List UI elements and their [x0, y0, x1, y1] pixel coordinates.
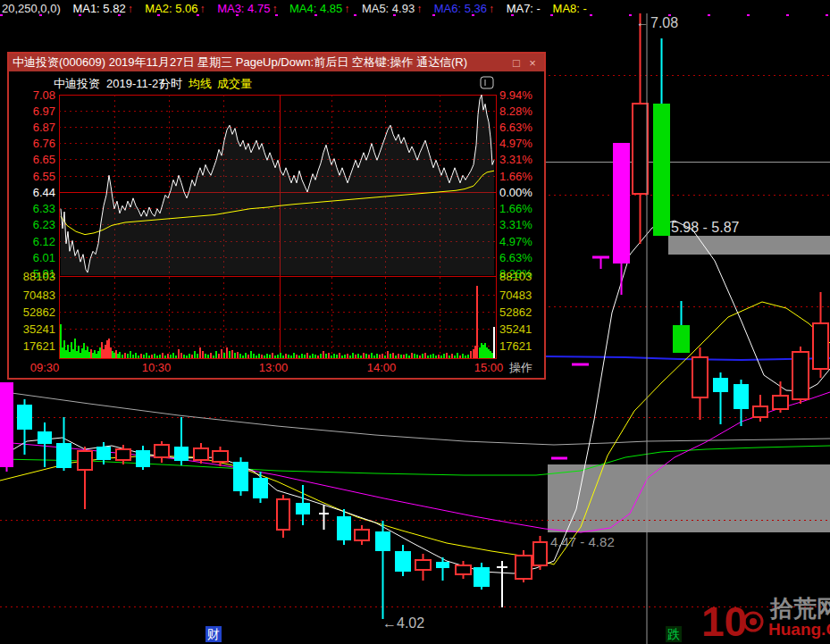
percent-axis-label: 1.66% [499, 202, 532, 215]
volume-axis-label-right: 17621 [499, 339, 532, 353]
candle-up[interactable] [792, 352, 809, 399]
candle-up[interactable] [456, 565, 471, 574]
volume-axis-label-right: 70483 [499, 289, 532, 302]
cai-marker: 财 [207, 627, 220, 641]
candle-down[interactable] [375, 531, 390, 551]
percent-axis-label: 6.63% [499, 251, 532, 264]
logo-gear-hub [750, 618, 757, 625]
price-axis-label: 6.76 [33, 137, 55, 150]
candle-up[interactable] [277, 499, 289, 530]
candle-up[interactable] [516, 556, 532, 579]
price-axis-label: 6.65 [33, 153, 55, 166]
candle-limit[interactable] [613, 143, 630, 263]
candle-green[interactable] [673, 325, 690, 353]
price-annotation: 7.08 [650, 15, 678, 30]
candle-down[interactable] [17, 405, 32, 430]
percent-axis-label: 3.31% [499, 218, 532, 231]
price-axis-label: 6.01 [33, 251, 55, 264]
candle-down[interactable] [713, 378, 728, 392]
price-axis-label: 6.12 [33, 235, 55, 248]
avg-line-label: 均线 [188, 77, 212, 90]
indicator-params: 20,250,0,0) [2, 2, 61, 15]
candle-up[interactable] [78, 451, 92, 470]
logo-site-cn: 拾荒网 [769, 595, 830, 622]
up-arrow-icon: ↑ [489, 3, 494, 15]
ma-value-7: MA7: - [503, 2, 541, 15]
candle-up[interactable] [692, 357, 708, 397]
candle-down[interactable] [56, 443, 71, 468]
logo-10: 10 [701, 598, 747, 644]
candle-up[interactable] [753, 406, 767, 417]
maximize-button[interactable]: □ [508, 56, 524, 70]
popup-title-bar[interactable]: 中迪投资(000609) 2019年11月27日 星期三 PageUp/Down… [9, 54, 544, 71]
candle-down[interactable] [395, 551, 411, 572]
volume-label: 成交量 [217, 77, 252, 90]
highlight-box [548, 464, 830, 532]
candle-limit[interactable] [0, 382, 13, 467]
price-axis-label: 6.87 [33, 121, 55, 134]
time-axis-label: 13:00 [259, 361, 289, 374]
ma-value-4: MA4: 4.85 [286, 2, 342, 15]
candle-green[interactable] [653, 104, 670, 236]
candle-up[interactable] [116, 449, 130, 460]
candle-down[interactable] [174, 447, 189, 461]
indicator-bar: 20,250,0,0) MA1: 5.82↑ MA2: 5.06↑ MA3: 4… [2, 2, 589, 16]
price-axis-label: 6.23 [33, 218, 55, 231]
ma-value-1: MA1: 5.82 [70, 2, 126, 15]
price-annotation: 4.47 - 4.82 [550, 534, 615, 549]
candle-down[interactable] [734, 384, 749, 409]
candle-down[interactable] [474, 567, 490, 587]
panel-icon[interactable] [481, 77, 493, 88]
up-arrow-icon: ↑ [416, 3, 422, 15]
intraday-chart[interactable]: 中迪投资2019-11-27分时均线成交量7.089.94%6.978.28%6… [9, 71, 544, 378]
volume-axis-label: 88103 [23, 270, 55, 283]
price-annotation: ← [636, 15, 649, 29]
up-arrow-icon: ↑ [128, 3, 133, 15]
candle-up[interactable] [355, 530, 369, 540]
popup-date: 2019-11-27 [106, 77, 165, 90]
candle-down[interactable] [136, 450, 150, 467]
intraday-popup-window[interactable]: 中迪投资(000609) 2019年11月27日 星期三 PageUp/Down… [7, 52, 546, 380]
action-menu: 操作 [508, 361, 532, 374]
time-axis-label: 09:30 [30, 361, 60, 374]
candle-down[interactable] [96, 447, 111, 460]
price-axis-label: 7.08 [33, 88, 55, 102]
candle-up[interactable] [415, 560, 431, 570]
ma-value-3: MA3: 4.75 [214, 2, 271, 15]
volume-axis-label-right: 88103 [499, 270, 532, 283]
price-annotation: ←4.02 [382, 615, 424, 631]
candle-up[interactable] [155, 445, 169, 457]
candle-up[interactable] [813, 323, 828, 369]
price-axis-label: 6.33 [33, 202, 55, 215]
tab-intraday: 分时 [159, 77, 182, 90]
volume-axis-label-right: 35241 [499, 322, 532, 336]
close-icon[interactable]: × [524, 56, 541, 70]
percent-axis-label: 6.63% [499, 121, 532, 134]
candle-down[interactable] [337, 516, 351, 540]
candle-up[interactable] [213, 451, 228, 462]
percent-axis-label: 0.00% [499, 186, 532, 199]
candle-up[interactable] [773, 396, 788, 409]
highlight-box [668, 236, 830, 255]
candle-down[interactable] [296, 503, 310, 514]
candle-down[interactable] [436, 562, 449, 568]
candle-up[interactable] [194, 448, 208, 460]
candle-down[interactable] [38, 431, 52, 444]
time-axis-label: 15:00 [474, 361, 504, 374]
up-arrow-icon: ↑ [344, 3, 349, 15]
candle-down[interactable] [253, 478, 268, 498]
volume-axis-label-right: 52862 [499, 305, 532, 319]
candle-up[interactable] [633, 104, 648, 194]
ma-value-5: MA5: 4.93 [358, 2, 415, 15]
ma-value-2: MA2: 5.06 [142, 2, 198, 15]
volume-axis-label: 70483 [23, 289, 55, 302]
candle-down[interactable] [233, 462, 248, 491]
popup-title: 中迪投资(000609) 2019年11月27日 星期三 PageUp/Down… [13, 54, 508, 71]
price-axis-label: 6.55 [33, 170, 55, 183]
price-annotation: 5.98 - 5.87 [671, 220, 740, 235]
up-arrow-icon: ↑ [200, 3, 205, 15]
ma-value-8: MA8: - [549, 2, 587, 15]
percent-axis-label: 8.28% [499, 105, 532, 118]
percent-axis-label: 4.97% [499, 235, 532, 248]
candle-up[interactable] [533, 542, 547, 565]
